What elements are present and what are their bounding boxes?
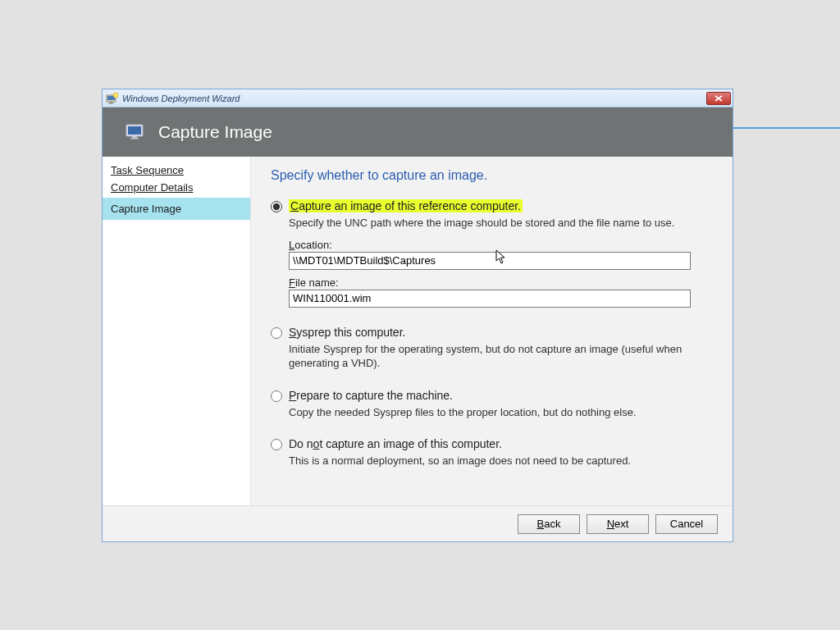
option-prepare-label: Prepare to capture the machine.	[289, 389, 453, 402]
wizard-body: Task Sequence Computer Details Capture I…	[103, 157, 733, 505]
option-sysprep-row[interactable]: Sysprep this computer.	[271, 326, 713, 339]
sidebar-item-task-sequence[interactable]: Task Sequence	[103, 162, 250, 179]
back-button[interactable]: Back	[518, 514, 580, 534]
svg-rect-6	[128, 126, 141, 135]
next-button[interactable]: Next	[587, 514, 649, 534]
option-capture: Capture an image of this reference compu…	[271, 199, 713, 308]
option-donot: Do not capture an image of this computer…	[271, 437, 713, 468]
option-capture-label: Capture an image of this reference compu…	[289, 199, 523, 212]
window-title: Windows Deployment Wizard	[122, 94, 706, 103]
capture-fields: Location: File name:	[289, 239, 713, 308]
radio-prepare[interactable]	[271, 390, 282, 402]
sidebar: Task Sequence Computer Details Capture I…	[103, 157, 251, 505]
option-donot-desc: This is a normal deployment, so an image…	[289, 454, 691, 468]
wizard-window: Windows Deployment Wizard Capture Image …	[102, 89, 733, 542]
option-sysprep: Sysprep this computer. Initiate Sysprep …	[271, 326, 713, 371]
decorative-line	[733, 127, 840, 129]
sidebar-item-capture-image[interactable]: Capture Image	[103, 198, 250, 220]
app-icon	[106, 92, 119, 105]
location-label: Location:	[289, 239, 713, 251]
close-button[interactable]	[706, 92, 731, 105]
location-input[interactable]	[289, 252, 691, 270]
svg-rect-8	[130, 138, 139, 139]
monitor-icon	[126, 123, 147, 141]
filename-input[interactable]	[289, 290, 691, 308]
svg-rect-3	[109, 103, 114, 103]
svg-point-4	[113, 93, 118, 98]
footer: Back Next Cancel	[103, 505, 733, 541]
sidebar-item-computer-details[interactable]: Computer Details	[103, 179, 250, 196]
option-prepare-desc: Copy the needed Sysprep files to the pro…	[289, 405, 691, 420]
filename-label: File name:	[289, 276, 713, 289]
banner: Capture Image	[103, 107, 733, 157]
banner-title: Capture Image	[158, 122, 272, 142]
option-donot-label: Do not capture an image of this computer…	[289, 437, 502, 450]
option-prepare: Prepare to capture the machine. Copy the…	[271, 389, 713, 420]
option-capture-desc: Specify the UNC path where the image sho…	[289, 216, 691, 231]
radio-capture[interactable]	[271, 201, 282, 212]
content-pane: Specify whether to capture an image. Cap…	[251, 157, 733, 505]
cancel-button[interactable]: Cancel	[655, 514, 718, 534]
option-prepare-row[interactable]: Prepare to capture the machine.	[271, 389, 713, 402]
option-donot-row[interactable]: Do not capture an image of this computer…	[271, 437, 713, 450]
svg-rect-7	[132, 136, 137, 138]
radio-sysprep[interactable]	[271, 327, 282, 339]
option-sysprep-label: Sysprep this computer.	[289, 326, 405, 339]
option-capture-row[interactable]: Capture an image of this reference compu…	[271, 199, 713, 212]
page-heading: Specify whether to capture an image.	[271, 168, 713, 183]
svg-rect-2	[110, 102, 112, 103]
radio-donot[interactable]	[271, 439, 282, 450]
option-sysprep-desc: Initiate Sysprep for the operating syste…	[289, 342, 691, 371]
titlebar: Windows Deployment Wizard	[103, 89, 733, 107]
